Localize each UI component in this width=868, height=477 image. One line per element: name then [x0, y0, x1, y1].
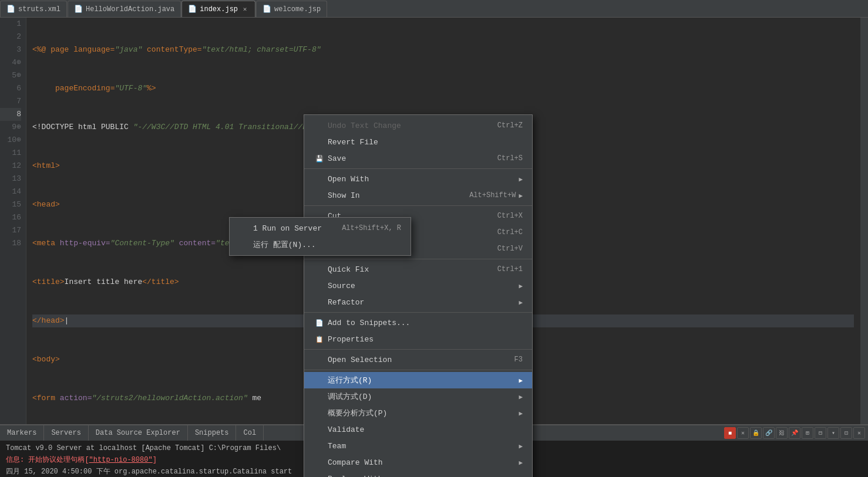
- menu-separator: [304, 168, 532, 169]
- tab-struts[interactable]: 📄 struts.xml: [0, 1, 67, 17]
- line-num-11: 11: [0, 147, 21, 160]
- submenu-arrow-icon: ▶: [519, 410, 523, 417]
- menu-shortcut: Ctrl+S: [497, 154, 523, 163]
- bottom-tab-col[interactable]: Col: [236, 425, 264, 441]
- line-num-13: 13: [0, 172, 21, 185]
- menu-item-open-with[interactable]: Open With ▶: [304, 171, 532, 187]
- tab-index[interactable]: 📄 index.jsp ✕: [181, 1, 255, 17]
- menu-item-source[interactable]: Source ▶: [304, 278, 532, 294]
- maximize-button[interactable]: ⊡: [840, 427, 852, 439]
- submenu-arrow-icon: ▶: [519, 393, 523, 401]
- minimize-button[interactable]: ⊟: [815, 427, 826, 439]
- menu-item-label: Revert File: [328, 138, 523, 147]
- line-num-10: 10⊕: [0, 134, 21, 147]
- file-icon: 📄: [263, 5, 271, 13]
- menu-item-refactor[interactable]: Refactor ▶: [304, 294, 532, 310]
- menu-separator: [304, 259, 532, 259]
- menu-shortcut: F3: [514, 356, 523, 364]
- submenu-item-run-server[interactable]: 1 Run on Server Alt+Shift+X, R: [230, 220, 411, 236]
- menu-item-undo[interactable]: Undo Text Change Ctrl+Z: [304, 117, 532, 134]
- submenu-arrow-icon: ▶: [519, 192, 523, 199]
- line-num-8: 8: [0, 108, 21, 121]
- line-num-1: 1: [0, 18, 21, 31]
- menu-item-run-mode[interactable]: 运行方式(R) ▶: [304, 372, 532, 388]
- menu-shortcut: Ctrl+X: [497, 212, 523, 220]
- bottom-tab-label: Servers: [51, 429, 80, 437]
- bottom-tab-label: Col: [243, 429, 256, 437]
- tab-hello[interactable]: 📄 HelloWorldAction.java: [68, 1, 181, 17]
- bottom-tab-servers[interactable]: Servers: [44, 425, 88, 441]
- link-button[interactable]: 🔗: [763, 427, 775, 439]
- tab-close-button[interactable]: ✕: [241, 5, 249, 13]
- line-num-4: 4⊕: [0, 56, 21, 69]
- menu-item-label: Team: [328, 442, 516, 451]
- line-num-5: 5⊕: [0, 69, 21, 82]
- file-icon: 📄: [6, 5, 15, 13]
- submenu-arrow-icon: ▶: [519, 475, 523, 478]
- link2-button[interactable]: ⛓: [776, 427, 788, 439]
- menu-item-label: Save: [328, 154, 486, 163]
- line-num-18: 18: [0, 237, 21, 250]
- close-panel-button[interactable]: ✕: [853, 427, 865, 439]
- menu-shortcut: Ctrl+V: [497, 245, 523, 253]
- console-text: Tomcat v9.0 Server at localhost [Apache …: [6, 444, 281, 452]
- menu-item-add-snippets[interactable]: 📄 Add to Snippets...: [304, 314, 532, 331]
- properties-icon: 📋: [314, 336, 325, 343]
- expand-button[interactable]: ⊞: [802, 427, 813, 439]
- line-num-15: 15: [0, 198, 21, 211]
- line-num-17: 17: [0, 224, 21, 237]
- bottom-tab-datasource[interactable]: Data Source Explorer: [89, 425, 188, 441]
- menu-item-debug-mode[interactable]: 调试方式(D) ▶: [304, 388, 532, 405]
- submenu-run: 1 Run on Server Alt+Shift+X, R 运行 配置(N).…: [229, 217, 411, 256]
- vertical-scrollbar[interactable]: [860, 18, 868, 424]
- menu-shortcut: Ctrl+1: [497, 265, 523, 273]
- menu-item-label: Open With: [328, 175, 516, 184]
- line-num-16: 16: [0, 211, 21, 224]
- line-num-3: 3: [0, 43, 21, 56]
- submenu-arrow-icon: ▶: [519, 442, 523, 450]
- menu-item-team[interactable]: Team ▶: [304, 438, 532, 454]
- file-icon: 📄: [74, 5, 83, 13]
- stop-button[interactable]: ■: [724, 427, 736, 439]
- bottom-tab-label: Data Source Explorer: [96, 429, 180, 437]
- line-num-9: 9⊕: [0, 121, 21, 134]
- menu-item-revert[interactable]: Revert File: [304, 134, 532, 150]
- tab-bar: 📄 struts.xml 📄 HelloWorldAction.java 📄 i…: [0, 0, 868, 18]
- menu-item-label: Replace With: [328, 475, 516, 478]
- save-icon: 💾: [314, 155, 325, 163]
- menu-item-save[interactable]: 💾 Save Ctrl+S: [304, 150, 532, 167]
- menu-item-profile-mode[interactable]: 概要分析方式(P) ▶: [304, 405, 532, 421]
- bottom-tab-markers[interactable]: Markers: [0, 425, 44, 441]
- submenu-item-run-config[interactable]: 运行 配置(N)...: [230, 236, 411, 253]
- line-num-12: 12: [0, 160, 21, 172]
- view-menu-button[interactable]: ▾: [827, 427, 839, 439]
- menu-item-label: Quick Fix: [328, 265, 486, 274]
- menu-item-compare-with[interactable]: Compare With ▶: [304, 454, 532, 471]
- menu-item-quick-fix[interactable]: Quick Fix Ctrl+1: [304, 261, 532, 278]
- menu-shortcut: Alt+Shift+W: [469, 191, 516, 199]
- submenu-arrow-icon: ▶: [519, 459, 523, 466]
- menu-item-properties[interactable]: 📋 Properties: [304, 331, 532, 347]
- bottom-tab-snippets[interactable]: Snippets: [188, 425, 237, 441]
- line-num-14: 14: [0, 185, 21, 198]
- context-menu: Undo Text Change Ctrl+Z Revert File 💾 Sa…: [304, 114, 533, 477]
- line-num-2: 2: [0, 31, 21, 43]
- menu-item-replace-with[interactable]: Replace With ▶: [304, 471, 532, 477]
- menu-item-show-in[interactable]: Show In Alt+Shift+W ▶: [304, 187, 532, 204]
- lock-button[interactable]: 🔒: [750, 427, 762, 439]
- pin-button[interactable]: 📌: [789, 427, 800, 439]
- snippets-icon: 📄: [314, 319, 325, 327]
- tab-welcome[interactable]: 📄 welcome.jsp: [256, 1, 327, 17]
- menu-item-label: 调试方式(D): [328, 391, 516, 402]
- menu-separator: [304, 370, 532, 370]
- disconnect-button[interactable]: ✕: [737, 427, 749, 439]
- menu-item-open-selection[interactable]: Open Selection F3: [304, 351, 532, 368]
- submenu-arrow-icon: ▶: [519, 299, 523, 306]
- menu-separator: [304, 349, 532, 350]
- menu-item-validate[interactable]: Validate: [304, 421, 532, 438]
- code-line-2: pageEncoding="UTF-8"%>: [32, 82, 854, 95]
- tab-label: struts.xml: [18, 5, 60, 13]
- menu-item-label: Validate: [328, 425, 523, 434]
- menu-item-label: Properties: [328, 335, 523, 344]
- file-icon: 📄: [188, 5, 197, 13]
